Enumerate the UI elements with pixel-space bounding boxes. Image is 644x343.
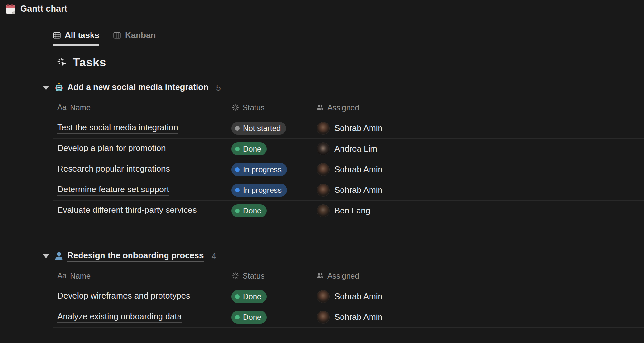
groups-container: Add a new social media integration 5 Aa … <box>0 80 644 328</box>
assignee-name: Sohrab Amin <box>334 312 382 322</box>
task-name-link[interactable]: Test the social media integration <box>57 122 178 134</box>
column-header-assigned[interactable]: Assigned <box>311 103 399 112</box>
status-cell[interactable]: In progress <box>226 180 311 200</box>
empty-cell <box>399 159 644 180</box>
page-heading: Tasks <box>73 56 106 69</box>
table-row[interactable]: Determine feature set support In progres… <box>53 180 644 201</box>
column-header-status[interactable]: Status <box>226 103 311 112</box>
assignee-avatar <box>317 184 330 197</box>
table-row[interactable]: Analyze existing onboarding data Done So… <box>53 307 644 328</box>
column-label: Assigned <box>327 271 359 280</box>
table-row[interactable]: Test the social media integration Not st… <box>53 118 644 139</box>
table-row[interactable]: Develop a plan for promotion Done Andrea… <box>53 139 644 159</box>
column-label: Name <box>70 271 91 280</box>
assigned-cell[interactable]: Andrea Lim <box>311 139 399 159</box>
task-group: Redesign the onboarding process 4 Aa Nam… <box>0 248 644 328</box>
table-row[interactable]: Develop wireframes and prototypes Done S… <box>53 286 644 307</box>
table-rows: Test the social media integration Not st… <box>53 118 644 221</box>
name-cell[interactable]: Analyze existing onboarding data <box>53 307 226 327</box>
group-count: 4 <box>212 251 216 261</box>
column-header-assigned[interactable]: Assigned <box>311 271 399 280</box>
status-label: Done <box>243 292 261 301</box>
assignee-avatar <box>317 204 330 217</box>
tab-all-tasks[interactable]: All tasks <box>53 28 99 45</box>
assigned-cell[interactable]: Ben Lang <box>311 201 399 221</box>
status-label: Done <box>243 206 261 215</box>
status-badge[interactable]: Done <box>231 311 267 324</box>
name-cell[interactable]: Determine feature set support <box>53 180 226 200</box>
column-label: Status <box>243 271 264 280</box>
assignee-avatar <box>317 122 330 135</box>
status-cell[interactable]: Done <box>226 307 311 327</box>
assigned-cell[interactable]: Sohrab Amin <box>311 286 399 307</box>
table-icon <box>53 31 61 40</box>
tab-kanban[interactable]: Kanban <box>113 28 156 45</box>
click-icon <box>57 58 67 68</box>
table-header-row: Aa Name Status <box>53 266 644 286</box>
task-name-link[interactable]: Determine feature set support <box>57 184 169 196</box>
task-table: Aa Name Status <box>53 97 644 221</box>
tab-label: All tasks <box>65 30 99 40</box>
status-badge[interactable]: Done <box>231 290 267 303</box>
table-row[interactable]: Research popular integrations In progres… <box>53 159 644 180</box>
status-dot-icon <box>235 147 240 151</box>
assigned-cell[interactable]: Sohrab Amin <box>311 118 399 138</box>
assigned-cell[interactable]: Sohrab Amin <box>311 159 399 180</box>
status-badge[interactable]: In progress <box>231 184 287 197</box>
people-icon <box>316 272 324 280</box>
table-row[interactable]: Evaluate different third-party services … <box>53 201 644 221</box>
status-cell[interactable]: Done <box>226 286 311 307</box>
board-icon <box>113 31 121 40</box>
task-group: Add a new social media integration 5 Aa … <box>0 80 644 221</box>
assignee-avatar <box>317 290 330 303</box>
name-cell[interactable]: Develop a plan for promotion <box>53 139 226 159</box>
name-cell[interactable]: Evaluate different third-party services <box>53 201 226 221</box>
assignee-avatar <box>317 163 330 176</box>
name-cell[interactable]: Test the social media integration <box>53 118 226 138</box>
column-label: Assigned <box>327 103 359 112</box>
collapse-toggle-icon[interactable] <box>43 254 49 258</box>
status-badge[interactable]: Done <box>231 204 267 217</box>
status-cell[interactable]: Done <box>226 139 311 159</box>
view-tab-bar: All tasks Kanban <box>53 28 644 45</box>
task-name-link[interactable]: Analyze existing onboarding data <box>57 311 182 323</box>
column-header-name[interactable]: Aa Name <box>53 103 226 112</box>
task-name-link[interactable]: Research popular integrations <box>57 164 170 175</box>
group-title-link[interactable]: Redesign the onboarding process <box>67 250 204 262</box>
status-label: Done <box>243 313 261 322</box>
assignee-name: Andrea Lim <box>334 144 377 154</box>
status-cell[interactable]: In progress <box>226 159 311 180</box>
spiral-calendar-icon <box>5 3 16 14</box>
assigned-cell[interactable]: Sohrab Amin <box>311 180 399 200</box>
assignee-avatar <box>317 142 330 155</box>
column-header-status[interactable]: Status <box>226 271 311 280</box>
status-cell[interactable]: Not started <box>226 118 311 138</box>
status-label: In progress <box>243 186 282 195</box>
collapse-toggle-icon[interactable] <box>43 86 49 90</box>
status-cell[interactable]: Done <box>226 201 311 221</box>
text-property-icon: Aa <box>57 271 67 280</box>
column-header-name[interactable]: Aa Name <box>53 271 226 280</box>
task-table: Aa Name Status <box>53 266 644 328</box>
assigned-cell[interactable]: Sohrab Amin <box>311 307 399 327</box>
empty-cell <box>399 139 644 159</box>
table-header-row: Aa Name Status <box>53 97 644 118</box>
group-icon <box>54 251 64 261</box>
assignee-avatar <box>317 311 330 324</box>
task-name-link[interactable]: Develop wireframes and prototypes <box>57 291 190 302</box>
empty-cell <box>399 307 644 327</box>
status-badge[interactable]: Not started <box>231 122 286 135</box>
status-badge[interactable]: In progress <box>231 163 287 176</box>
empty-cell <box>399 286 644 307</box>
task-name-link[interactable]: Evaluate different third-party services <box>57 205 197 216</box>
tab-label: Kanban <box>125 30 156 40</box>
name-cell[interactable]: Develop wireframes and prototypes <box>53 286 226 307</box>
status-badge[interactable]: Done <box>231 142 267 155</box>
assignee-name: Sohrab Amin <box>334 185 382 195</box>
task-name-link[interactable]: Develop a plan for promotion <box>57 143 166 154</box>
group-title-link[interactable]: Add a new social media integration <box>67 82 208 93</box>
empty-cell <box>399 180 644 200</box>
page-title: Gantt chart <box>20 4 67 14</box>
name-cell[interactable]: Research popular integrations <box>53 159 226 180</box>
column-label: Status <box>243 103 264 112</box>
